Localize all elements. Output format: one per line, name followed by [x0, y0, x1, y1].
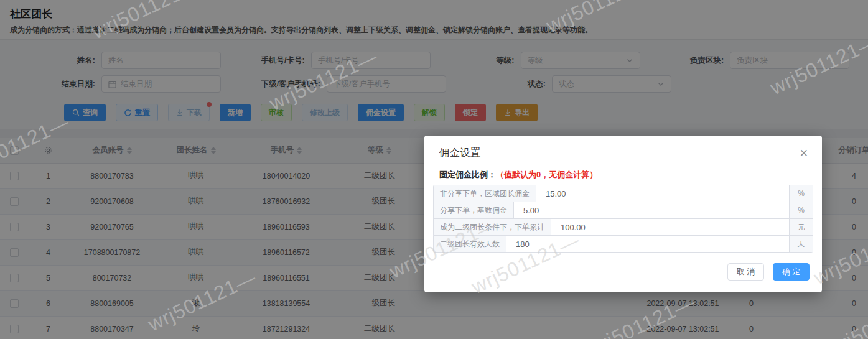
cancel-button[interactable]: 取消: [727, 263, 764, 281]
field-share-commission: 分享下单，基数佣金 %: [433, 202, 813, 219]
field-valid-days: 二级团长有效天数 天: [433, 235, 813, 253]
unit-label: 元: [789, 219, 813, 235]
dialog-footer: 取消 确定: [727, 263, 810, 281]
confirm-button[interactable]: 确定: [773, 263, 810, 281]
default-zero-hint: （值默认为0，无佣金计算）: [496, 170, 597, 179]
fixed-commission-label: 固定佣金比例：: [439, 170, 496, 179]
unit-label: %: [789, 202, 813, 218]
field-upgrade-threshold: 成为二级团长条件下，下单累计 元: [433, 218, 813, 236]
valid-days-input[interactable]: [506, 236, 789, 252]
field-label: 分享下单，基数佣金: [434, 202, 514, 218]
nonshare-commission-input[interactable]: [536, 185, 789, 202]
field-label: 二级团长有效天数: [434, 236, 506, 252]
dialog-body: 非分享下单，区域团长佣金 % 分享下单，基数佣金 % 成为二级团长条件下，下单累…: [424, 180, 822, 253]
close-icon[interactable]: ✕: [800, 148, 808, 159]
field-label: 非分享下单，区域团长佣金: [434, 185, 536, 202]
upgrade-threshold-input[interactable]: [551, 219, 789, 235]
field-label: 成为二级团长条件下，下单累计: [434, 219, 551, 235]
share-commission-input[interactable]: [514, 202, 789, 218]
unit-label: 天: [789, 236, 813, 252]
dialog-title: 佣金设置: [424, 136, 822, 160]
unit-label: %: [789, 185, 813, 202]
field-nonshare-commission: 非分享下单，区域团长佣金 %: [433, 185, 813, 202]
commission-settings-dialog: 佣金设置 ✕ 固定佣金比例：（值默认为0，无佣金计算） 非分享下单，区域团长佣金…: [424, 136, 822, 292]
